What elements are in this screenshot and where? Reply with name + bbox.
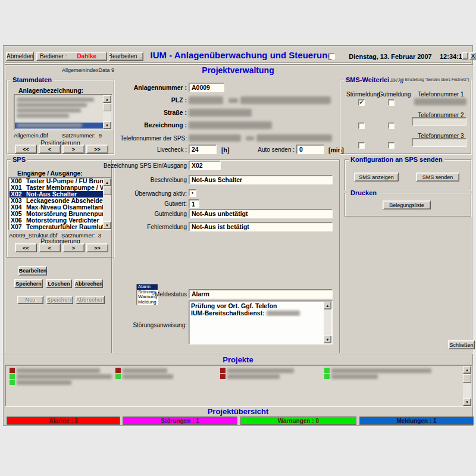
belegungsliste-button[interactable]: Belegungsliste: [383, 201, 431, 209]
ueberwachung-label: Überwachung aktiv:: [60, 190, 187, 197]
edit-operator-button[interactable]: Bearbeiten ...: [109, 52, 143, 61]
anweisung-textarea[interactable]: Prüfung vor Ort. Ggf. Telefon IUM-Bereit…: [189, 300, 333, 345]
project-status-dot: [10, 374, 15, 379]
tel3-field[interactable]: [412, 138, 466, 147]
io-bezeichnung-field[interactable]: X02: [189, 161, 221, 170]
app-title: IUM - Anlagenüberwachung und Steuerung: [143, 50, 340, 60]
fehlermeldung-label: Fehlermeldung: [60, 224, 187, 230]
fehlermeldung-field[interactable]: Not-Aus ist betätigt: [189, 222, 333, 231]
project-status-dot: [10, 368, 15, 373]
beschreibung-field[interactable]: Not-Aus Schalter: [189, 175, 333, 184]
strasse-label: Straße :: [63, 109, 187, 116]
scroll-up-button[interactable]: ▲: [463, 366, 471, 374]
scrollbar-thumb[interactable]: [463, 374, 471, 383]
abbrechen-button[interactable]: Abbrechen: [74, 279, 103, 288]
io-item[interactable]: X06Motorstörung Verdichter: [10, 217, 104, 224]
toolbar-divider: [5, 62, 471, 64]
gutmeldung-field[interactable]: Not-Aus unbetätigt: [189, 209, 333, 218]
drucken-title: Drucken: [349, 189, 378, 196]
project-entry[interactable]: [324, 374, 379, 379]
io-nav-prev-button[interactable]: <: [39, 243, 61, 252]
close-button[interactable]: X: [469, 52, 476, 60]
io-nav-last-button[interactable]: >>: [86, 243, 108, 252]
telefon-extra-field-redacted[interactable]: [256, 134, 332, 142]
sms-anzeigen-button[interactable]: SMS anzeigen: [354, 173, 399, 181]
anlagennummer-field[interactable]: A0009: [189, 83, 224, 92]
scroll-down-button[interactable]: ▼: [463, 398, 471, 406]
meldestatus-field[interactable]: Alarm: [189, 289, 333, 299]
minimize-button[interactable]: _: [462, 52, 468, 60]
livecheck-field[interactable]: 24: [189, 145, 217, 154]
titlebar-checkbox[interactable]: [328, 53, 335, 60]
stoermeldung3-checkbox[interactable]: [358, 142, 365, 149]
gutmeldung3-checkbox[interactable]: [388, 142, 394, 149]
anlagennummer-label: Anlagennummer :: [63, 84, 187, 91]
tel2-field[interactable]: [412, 117, 466, 126]
bezeichnung-field-redacted[interactable]: [189, 121, 272, 129]
radio-dot-icon: ●: [192, 191, 194, 195]
neu-button[interactable]: Neu: [17, 296, 43, 304]
anweisung-line1: Prüfung vor Ort. Ggf. Telefon: [191, 302, 322, 309]
gutmeldung2-checkbox[interactable]: [388, 123, 394, 129]
ort-label-redacted: [228, 98, 238, 103]
project-name-redacted: [123, 374, 173, 379]
nav-prev-button[interactable]: <: [39, 145, 61, 154]
project-entry[interactable]: [115, 368, 168, 373]
logout-button[interactable]: Abmelden: [6, 52, 34, 61]
gutwert-field[interactable]: 1: [189, 199, 199, 208]
ueberwachung-indicator[interactable]: ●: [189, 189, 196, 197]
konfig-title: Konfiguration an SPS senden: [349, 156, 444, 163]
ort-field-redacted[interactable]: [240, 96, 331, 104]
autosenden-field[interactable]: 0: [296, 145, 324, 154]
project-status-dot: [324, 368, 330, 373]
date-display: Dienstag, 13. Februar 2007: [343, 53, 438, 60]
tel1-label: Telefonnummer 1: [413, 91, 469, 98]
project-entry[interactable]: [10, 368, 101, 373]
tel1-field-redacted[interactable]: [414, 98, 466, 105]
nav-first-button[interactable]: <<: [15, 145, 37, 154]
operator-panel[interactable]: Bediener : Dahlke: [36, 52, 107, 61]
sps-title: SPS: [11, 156, 27, 163]
scroll-up-icon: ▲: [326, 304, 330, 308]
schliessen-button[interactable]: Schließen: [448, 340, 475, 349]
project-name-redacted: [123, 368, 167, 373]
stoermeldung1-checkbox[interactable]: ✓: [358, 99, 365, 106]
bearbeiten-button[interactable]: Bearbeiten: [18, 266, 47, 275]
scroll-down-button[interactable]: ▼: [324, 336, 331, 343]
project-name-redacted: [227, 368, 294, 373]
sms-senden-button[interactable]: SMS senden: [416, 173, 459, 181]
anweisung-scrollbar[interactable]: ▲ ▼: [324, 302, 331, 343]
desktop: Abmelden Bediener : Dahlke Bearbeiten ..…: [0, 0, 476, 476]
projekte-list[interactable]: ▲ ▼: [5, 365, 472, 407]
stoermeldung2-checkbox[interactable]: [358, 123, 365, 129]
scroll-up-button[interactable]: ▲: [324, 302, 331, 309]
gutmeldung1-checkbox[interactable]: [388, 99, 394, 106]
project-entry[interactable]: [220, 374, 281, 379]
speichern-button[interactable]: Speichern: [14, 279, 43, 288]
projekte-scrollbar[interactable]: ▲ ▼: [463, 366, 471, 406]
io-nav-next-button[interactable]: >: [62, 243, 84, 252]
livecheck-label: Livecheck :: [63, 146, 187, 153]
scroll-down-icon: ▼: [465, 400, 469, 404]
project-name-redacted: [227, 374, 280, 379]
autosenden-label: Auto senden :: [242, 146, 295, 153]
page-title: Projektverwaltung: [4, 65, 472, 75]
project-entry[interactable]: [10, 374, 113, 379]
project-entry[interactable]: [10, 380, 73, 385]
status-item[interactable]: Meldung: [137, 300, 158, 305]
telefon-extra-label-redacted: [246, 136, 254, 140]
project-entry[interactable]: [220, 368, 295, 373]
loeschen-button[interactable]: Löschen: [46, 279, 72, 288]
speichern-disabled-button[interactable]: Speichern: [46, 296, 73, 304]
project-entry[interactable]: [324, 368, 433, 373]
telefon-sps-label: Telefonnummer der SPS:: [63, 135, 187, 142]
project-entry[interactable]: [115, 374, 174, 379]
io-nav-first-button[interactable]: <<: [15, 243, 37, 252]
strasse-field-redacted[interactable]: [189, 109, 252, 117]
abbrechen-disabled-button[interactable]: Abbrechen: [76, 296, 105, 304]
plz-field-redacted[interactable]: [189, 96, 223, 104]
telefon-sps-field-redacted[interactable]: [189, 134, 241, 142]
stammdaten-dbfile: Allgemein.dbf: [14, 132, 48, 139]
gutmeldung-header: Gutmeldung: [378, 91, 411, 98]
meldestatus-label: Meldestatus: [111, 291, 187, 298]
